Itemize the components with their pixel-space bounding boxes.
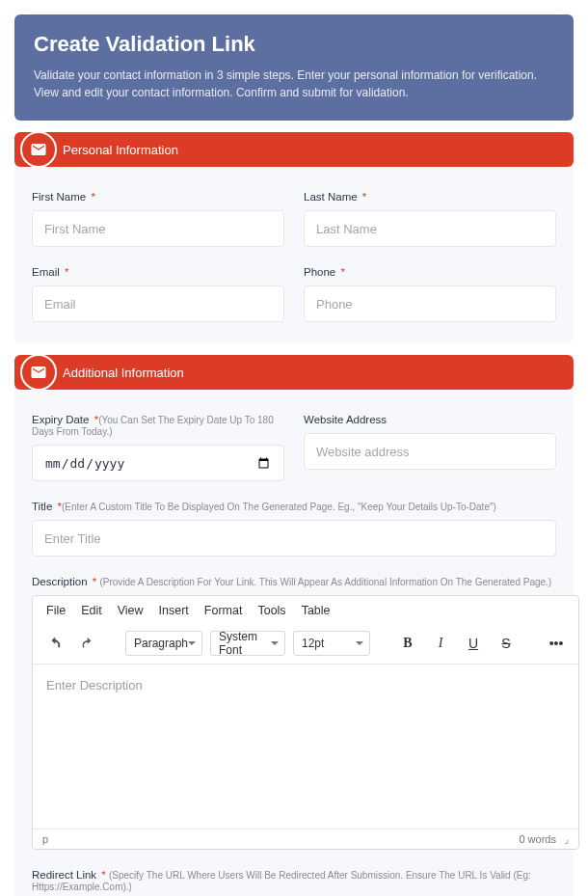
- editor-statusbar: p 0 words ⌟: [33, 828, 578, 849]
- description-label: Description * (Provide A Description For…: [32, 576, 579, 587]
- underline-button[interactable]: U: [461, 631, 486, 656]
- block-format-select[interactable]: Paragraph: [125, 631, 202, 656]
- editor-wordcount: 0 words: [519, 833, 556, 845]
- menu-view[interactable]: View: [118, 604, 144, 617]
- section-title-additional: Additional Information: [63, 366, 184, 380]
- title-input[interactable]: [32, 520, 556, 557]
- undo-button[interactable]: [42, 631, 67, 656]
- resize-handle-icon[interactable]: ⌟: [559, 833, 569, 843]
- section-title-personal: Personal Information: [63, 143, 178, 157]
- menu-edit[interactable]: Edit: [81, 604, 102, 617]
- email-input[interactable]: [32, 285, 284, 322]
- menu-format[interactable]: Format: [204, 604, 243, 617]
- strikethrough-button[interactable]: S: [494, 631, 519, 656]
- website-input[interactable]: [304, 433, 556, 470]
- additional-form: Expiry Date *(You Can Set The Expiry Dat…: [14, 387, 574, 896]
- page-title: Create Validation Link: [34, 32, 554, 57]
- italic-button[interactable]: I: [428, 631, 453, 656]
- last-name-label: Last Name *: [304, 191, 556, 203]
- title-label: Title *(Enter A Custom Title To Be Displ…: [32, 501, 556, 512]
- first-name-input[interactable]: [32, 210, 284, 247]
- page-header: Create Validation Link Validate your con…: [14, 14, 574, 121]
- expiry-label: Expiry Date *(You Can Set The Expiry Dat…: [32, 414, 284, 437]
- font-size-select[interactable]: 12pt: [293, 631, 370, 656]
- section-header-personal: Personal Information: [14, 132, 574, 167]
- font-family-select[interactable]: System Font: [210, 631, 285, 656]
- editor-content[interactable]: Enter Description: [33, 665, 578, 828]
- editor-path: p: [42, 833, 48, 845]
- personal-form: First Name * Last Name * Email * Phone *: [14, 164, 574, 343]
- mail-icon: [20, 354, 57, 391]
- mail-icon: [20, 131, 57, 168]
- rich-text-editor: File Edit View Insert Format Tools Table…: [32, 595, 579, 850]
- website-label: Website Address: [304, 414, 556, 425]
- menu-file[interactable]: File: [46, 604, 66, 617]
- editor-toolbar: Paragraph System Font 12pt B I U S •••: [33, 625, 578, 665]
- phone-input[interactable]: [304, 285, 556, 322]
- last-name-input[interactable]: [304, 210, 556, 247]
- expiry-input[interactable]: [32, 445, 284, 481]
- section-header-additional: Additional Information: [14, 355, 574, 390]
- email-label: Email *: [32, 266, 284, 278]
- menu-insert[interactable]: Insert: [159, 604, 189, 617]
- redirect-label: Redirect Link * (Specify The URL Where U…: [32, 869, 556, 892]
- page-subtitle: Validate your contact information in 3 s…: [34, 67, 554, 101]
- redo-button[interactable]: [75, 631, 100, 656]
- first-name-label: First Name *: [32, 191, 284, 203]
- phone-label: Phone *: [304, 266, 556, 278]
- menu-tools[interactable]: Tools: [257, 604, 285, 617]
- bold-button[interactable]: B: [395, 631, 420, 656]
- editor-menubar: File Edit View Insert Format Tools Table: [33, 596, 578, 625]
- more-button[interactable]: •••: [544, 631, 569, 656]
- menu-table[interactable]: Table: [302, 604, 331, 617]
